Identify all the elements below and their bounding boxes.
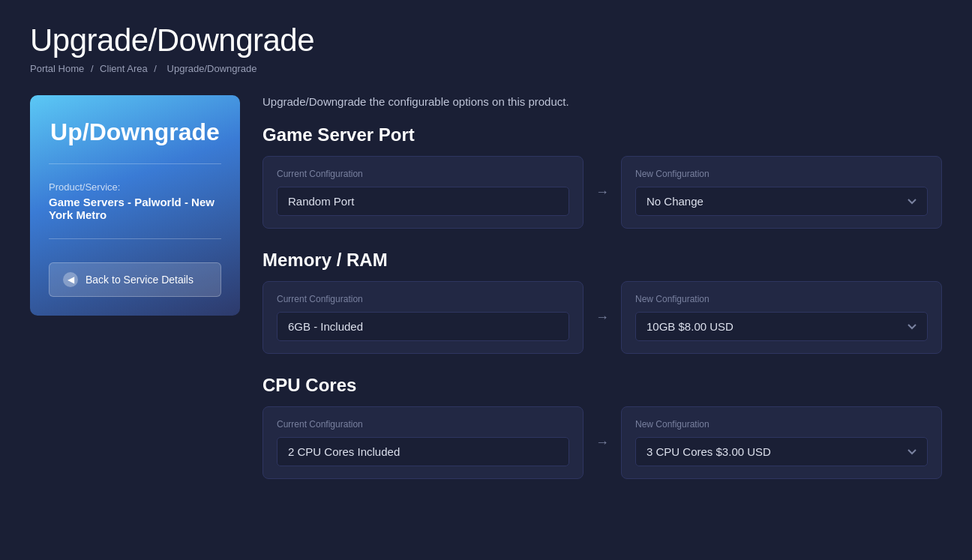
new-config-cpu: New Configuration No Change 2 CPU Cores …	[621, 406, 942, 479]
new-config-port: New Configuration No Change Random Port …	[621, 156, 942, 229]
breadcrumb-sep-1: /	[91, 63, 96, 74]
config-row-ram: Current Configuration 6GB - Included → N…	[262, 281, 942, 354]
config-row-port: Current Configuration Random Port → New …	[262, 156, 942, 229]
intro-text: Upgrade/Downgrade the configurable optio…	[262, 95, 942, 108]
section-title-cpu-cores: CPU Cores	[262, 375, 942, 396]
back-button-label: Back to Service Details	[86, 274, 194, 286]
main-content: Upgrade/Downgrade the configurable optio…	[262, 95, 942, 500]
arrow-icon-ram: →	[596, 310, 609, 325]
main-layout: Up/Downgrade Product/Service: Game Serve…	[30, 95, 942, 500]
arrow-icon-cpu: →	[596, 435, 609, 451]
current-config-label-port: Current Configuration	[277, 169, 569, 179]
breadcrumb-current: Upgrade/Downgrade	[167, 63, 257, 74]
breadcrumb-client-area[interactable]: Client Area	[100, 63, 148, 74]
new-config-select-cpu[interactable]: No Change 2 CPU Cores Included 3 CPU Cor…	[635, 437, 928, 466]
sidebar-product-info: Product/Service: Game Servers - Palworld…	[49, 181, 221, 221]
section-title-game-server-port: Game Server Port	[262, 124, 942, 145]
new-config-label-cpu: New Configuration	[635, 419, 928, 430]
sidebar-divider-2	[49, 238, 221, 239]
sidebar-divider	[49, 163, 221, 164]
current-config-label-ram: Current Configuration	[277, 294, 569, 304]
breadcrumb: Portal Home / Client Area / Upgrade/Down…	[30, 63, 942, 74]
current-config-ram: Current Configuration 6GB - Included	[262, 281, 584, 354]
sidebar-product-name: Game Servers - Palworld - New York Metro	[49, 196, 221, 221]
back-to-service-button[interactable]: ◀ Back to Service Details	[49, 262, 221, 297]
new-config-select-port[interactable]: No Change Random Port Custom Port	[635, 187, 928, 216]
current-config-cpu: Current Configuration 2 CPU Cores Includ…	[262, 406, 584, 479]
section-game-server-port: Game Server Port Current Configuration R…	[262, 124, 942, 229]
breadcrumb-portal-home[interactable]: Portal Home	[30, 63, 84, 74]
current-value-port: Random Port	[277, 187, 569, 216]
sidebar-card: Up/Downgrade Product/Service: Game Serve…	[30, 95, 240, 316]
page-title: Upgrade/Downgrade	[30, 22, 942, 58]
section-title-memory-ram: Memory / RAM	[262, 250, 942, 271]
section-memory-ram: Memory / RAM Current Configuration 6GB -…	[262, 250, 942, 354]
breadcrumb-sep-2: /	[154, 63, 159, 74]
new-config-label-port: New Configuration	[635, 169, 928, 179]
new-config-ram: New Configuration No Change 6GB - Includ…	[621, 281, 942, 354]
sidebar-card-title: Up/Downgrade	[49, 118, 221, 146]
current-value-ram: 6GB - Included	[277, 312, 569, 341]
back-icon: ◀	[63, 272, 78, 287]
new-config-select-ram[interactable]: No Change 6GB - Included 8GB $4.00 USD 1…	[635, 312, 928, 341]
config-row-cpu: Current Configuration 2 CPU Cores Includ…	[262, 406, 942, 479]
section-cpu-cores: CPU Cores Current Configuration 2 CPU Co…	[262, 375, 942, 479]
arrow-icon-port: →	[596, 184, 609, 200]
current-config-port: Current Configuration Random Port	[262, 156, 584, 229]
current-config-label-cpu: Current Configuration	[277, 419, 569, 430]
current-value-cpu: 2 CPU Cores Included	[277, 437, 569, 466]
sidebar-product-label: Product/Service:	[49, 181, 221, 193]
new-config-label-ram: New Configuration	[635, 294, 928, 304]
page-wrapper: Upgrade/Downgrade Portal Home / Client A…	[0, 0, 972, 530]
